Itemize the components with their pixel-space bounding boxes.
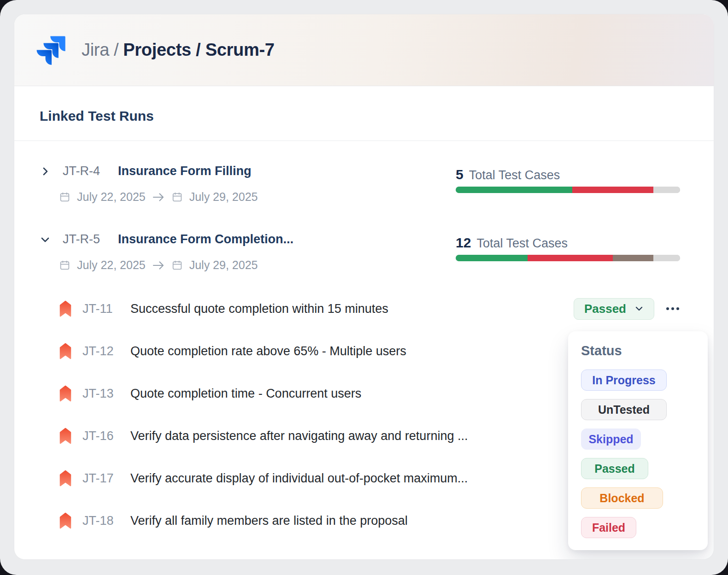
test-case-bookmark-icon xyxy=(59,512,71,529)
calendar-icon xyxy=(59,259,70,271)
status-option-passed[interactable]: Passed xyxy=(581,458,648,479)
status-option-failed[interactable]: Failed xyxy=(581,517,636,538)
arrow-right-icon xyxy=(152,192,165,202)
end-date: July 29, 2025 xyxy=(189,190,258,204)
test-case-bookmark-icon xyxy=(59,470,71,487)
ellipsis-icon xyxy=(666,307,669,310)
more-actions-button[interactable] xyxy=(666,304,680,314)
test-case-id: JT-13 xyxy=(82,387,130,401)
breadcrumb: Jira/Projects / Scrum-7 xyxy=(82,40,275,60)
total-test-cases-label: Total Test Cases xyxy=(469,168,560,182)
test-results-progress-bar xyxy=(456,187,680,193)
progress-segment-failed xyxy=(572,187,653,193)
test-run-row: JT-R-4 Insurance Form Filling July 22, 2… xyxy=(40,164,680,204)
end-date: July 29, 2025 xyxy=(189,258,258,272)
test-case-id: JT-18 xyxy=(82,514,130,528)
test-case-id: JT-11 xyxy=(82,302,130,316)
app-header: Jira/Projects / Scrum-7 xyxy=(14,14,714,86)
test-case-title: Successful quote completion within 15 mi… xyxy=(130,302,574,316)
chevron-right-icon xyxy=(40,166,50,176)
total-test-cases-label: Total Test Cases xyxy=(476,236,568,251)
status-option-blocked[interactable]: Blocked xyxy=(581,487,663,509)
run-id: JT-R-4 xyxy=(63,164,105,178)
expand-run-button[interactable] xyxy=(40,166,51,177)
chevron-down-icon xyxy=(40,235,50,245)
test-run-row: JT-R-5 Insurance Form Completion... July… xyxy=(40,232,680,272)
status-select-button[interactable]: Passed xyxy=(574,298,654,320)
app-window: Jira/Projects / Scrum-7 Linked Test Runs… xyxy=(14,14,714,560)
screen-background: Jira/Projects / Scrum-7 Linked Test Runs… xyxy=(0,0,728,575)
test-case-id: JT-12 xyxy=(82,344,130,358)
test-results-progress-bar xyxy=(456,255,680,261)
calendar-icon xyxy=(171,191,183,203)
collapse-run-button[interactable] xyxy=(40,234,51,245)
calendar-icon xyxy=(59,191,70,203)
section-divider xyxy=(14,141,714,141)
breadcrumb-path: Projects / Scrum-7 xyxy=(123,40,274,59)
status-dropdown-panel: Status In Progress UnTested Skipped Pass… xyxy=(568,331,708,550)
arrow-right-icon xyxy=(152,260,165,270)
breadcrumb-app[interactable]: Jira xyxy=(82,40,109,59)
total-test-cases-count: 5 xyxy=(456,167,464,182)
start-date: July 22, 2025 xyxy=(77,258,146,272)
status-option-untested[interactable]: UnTested xyxy=(581,399,667,420)
page-title: Linked Test Runs xyxy=(40,108,680,124)
chevron-down-icon xyxy=(634,304,644,313)
progress-segment-failed xyxy=(528,255,613,261)
progress-segment-untested xyxy=(653,255,680,261)
status-select-value: Passed xyxy=(584,302,626,316)
jira-logo-icon xyxy=(35,35,66,66)
run-title: Insurance Form Filling xyxy=(118,164,252,178)
run-date-range: July 22, 2025 July 29, 2025 xyxy=(59,258,294,272)
status-option-in-progress[interactable]: In Progress xyxy=(581,370,667,391)
test-case-id: JT-16 xyxy=(82,429,130,443)
run-id: JT-R-5 xyxy=(63,232,105,246)
progress-segment-passed xyxy=(456,187,572,193)
test-case-bookmark-icon xyxy=(59,300,71,317)
status-option-skipped[interactable]: Skipped xyxy=(581,428,641,450)
run-title: Insurance Form Completion... xyxy=(118,232,294,246)
test-case-id: JT-17 xyxy=(82,471,130,486)
calendar-icon xyxy=(171,259,183,271)
progress-segment-blocked xyxy=(613,255,653,261)
test-case-bookmark-icon xyxy=(59,343,71,359)
total-test-cases-count: 12 xyxy=(456,235,471,251)
status-panel-title: Status xyxy=(581,343,695,358)
start-date: July 22, 2025 xyxy=(77,190,146,204)
breadcrumb-divider: / xyxy=(114,40,118,59)
test-case-bookmark-icon xyxy=(59,385,71,402)
test-case-bookmark-icon xyxy=(59,428,71,444)
progress-segment-passed xyxy=(456,255,528,261)
test-case-row: JT-11 Successful quote completion within… xyxy=(40,288,680,330)
run-date-range: July 22, 2025 July 29, 2025 xyxy=(59,190,258,204)
progress-segment-untested xyxy=(653,187,680,193)
